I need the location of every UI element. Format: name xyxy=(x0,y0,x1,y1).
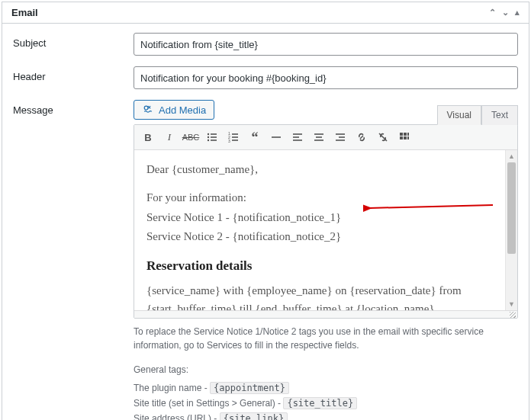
help-text: To replace the Service Notice 1/Notice 2… xyxy=(134,325,518,420)
help-replace: To replace the Service Notice 1/Notice 2… xyxy=(134,325,518,352)
editor-line: Dear {customer_name}, xyxy=(146,161,493,178)
align-left-button[interactable] xyxy=(288,128,307,146)
editor-resize-handle[interactable] xyxy=(134,310,517,318)
scroll-up-icon[interactable]: ▲ xyxy=(506,150,517,162)
numbered-list-button[interactable]: 123 xyxy=(224,128,243,146)
tab-visual[interactable]: Visual xyxy=(437,105,481,125)
help-general-label: General tags: xyxy=(134,363,518,377)
svg-point-1 xyxy=(208,133,209,135)
tab-text[interactable]: Text xyxy=(481,105,518,125)
toolbar-toggle-button[interactable] xyxy=(395,128,414,146)
unlink-button[interactable] xyxy=(374,128,392,146)
svg-rect-28 xyxy=(407,136,409,139)
blockquote-button[interactable]: “ xyxy=(246,128,264,146)
svg-rect-24 xyxy=(404,133,407,136)
editor-toolbar: B I ABC 123 “ xyxy=(134,125,517,150)
editor-heading: Reservation details xyxy=(146,256,493,276)
scroll-thumb[interactable] xyxy=(507,162,516,254)
strikethrough-button[interactable]: ABC xyxy=(182,128,200,146)
hr-button[interactable] xyxy=(267,128,285,146)
richtext-editor: B I ABC 123 “ xyxy=(134,124,518,319)
help-line: Site address (URL) - xyxy=(134,413,220,420)
link-button[interactable] xyxy=(352,128,371,146)
editor-line: For your information: xyxy=(146,189,493,207)
editor-line: {service_name} with {employee_name} on {… xyxy=(146,282,493,310)
svg-point-0 xyxy=(144,106,148,110)
align-right-button[interactable] xyxy=(331,128,349,146)
tag-code: {site_link} xyxy=(220,412,288,420)
tag-code: {site_title} xyxy=(283,397,357,409)
svg-point-2 xyxy=(208,136,209,138)
panel-down-icon[interactable]: ⌄ xyxy=(502,8,509,18)
header-input[interactable] xyxy=(134,66,518,89)
media-icon xyxy=(142,104,154,116)
panel-up-icon[interactable]: ⌃ xyxy=(489,8,496,18)
tag-code: {appointment} xyxy=(210,382,289,394)
panel-title: Email xyxy=(11,7,38,18)
header-label: Header xyxy=(13,66,134,82)
svg-rect-27 xyxy=(404,136,407,139)
subject-input[interactable] xyxy=(134,33,518,56)
editor-line: Service Notice 2 - {notification_notice_… xyxy=(146,228,493,245)
subject-label: Subject xyxy=(13,33,134,49)
bullet-list-button[interactable] xyxy=(203,128,221,146)
align-center-button[interactable] xyxy=(310,128,328,146)
help-line: Site title (set in Settings > General) - xyxy=(134,398,283,409)
svg-rect-23 xyxy=(400,133,403,136)
svg-rect-26 xyxy=(400,136,403,139)
svg-text:3: 3 xyxy=(228,139,230,143)
panel-collapse-icon[interactable]: ▴ xyxy=(515,8,520,18)
help-line: The plugin name - xyxy=(134,383,210,393)
add-media-label: Add Media xyxy=(159,104,206,116)
email-metabox: Email ⌃ ⌄ ▴ Subject Header Message xyxy=(2,2,529,420)
editor-content[interactable]: Dear {customer_name}, For your informati… xyxy=(134,150,505,310)
svg-rect-25 xyxy=(407,133,409,136)
scroll-down-icon[interactable]: ▼ xyxy=(506,298,517,310)
italic-button[interactable]: I xyxy=(160,128,179,146)
message-label: Message xyxy=(13,100,134,116)
editor-line: Service Notice 1 - {notification_notice_… xyxy=(146,209,493,226)
bold-button[interactable]: B xyxy=(139,128,157,146)
add-media-button[interactable]: Add Media xyxy=(134,100,214,120)
editor-scrollbar[interactable]: ▲ ▼ xyxy=(505,150,517,310)
metabox-header: Email ⌃ ⌄ ▴ xyxy=(2,2,529,24)
svg-point-3 xyxy=(208,139,209,141)
